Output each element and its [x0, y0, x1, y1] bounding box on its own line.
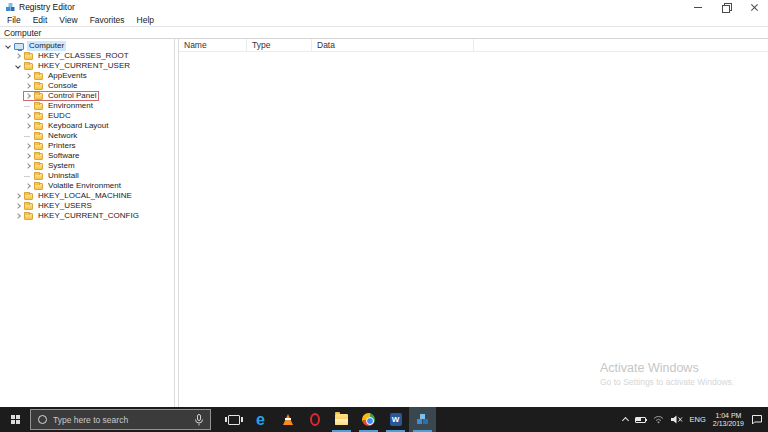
tree-item-label: Volatile Environment: [46, 181, 123, 191]
tree-line-stub: [24, 102, 33, 111]
chevron-right-icon[interactable]: [24, 162, 33, 171]
battery-icon[interactable]: [635, 417, 646, 423]
computer-icon: [14, 43, 24, 50]
chevron-right-icon[interactable]: [14, 202, 23, 211]
tree-item-volatile-environment[interactable]: Volatile Environment: [0, 181, 174, 191]
registry-editor-window: Registry Editor FileEditViewFavoritesHel…: [0, 0, 768, 407]
folder-icon: [24, 63, 33, 70]
folder-icon: [34, 133, 43, 140]
tree-item-label: HKEY_CURRENT_CONFIG: [36, 211, 141, 221]
list-body[interactable]: [179, 52, 768, 407]
taskbar-apps: [220, 407, 436, 432]
tree-item-keyboard-layout[interactable]: Keyboard Layout: [0, 121, 174, 131]
tree-item-label: Uninstall: [46, 171, 81, 181]
tray-overflow-chevron-icon[interactable]: [622, 417, 629, 424]
regedit-icon: [416, 413, 429, 426]
tree-item-control-panel[interactable]: Control Panel: [0, 91, 174, 101]
column-header-name[interactable]: Name: [179, 39, 247, 51]
tree-item-label: Printers: [46, 141, 78, 151]
tree-item-environment[interactable]: Environment: [0, 101, 174, 111]
menu-view[interactable]: View: [53, 15, 83, 25]
tree-item-label: Keyboard Layout: [46, 121, 111, 131]
tree-item-label: HKEY_CLASSES_ROOT: [36, 51, 131, 61]
chevron-right-icon[interactable]: [24, 122, 33, 131]
edge-icon: [256, 411, 265, 429]
chevron-right-icon[interactable]: [24, 92, 33, 101]
opera-icon: [310, 413, 320, 426]
taskbar-opera-button[interactable]: [301, 407, 328, 432]
tree-item-system[interactable]: System: [0, 161, 174, 171]
taskbar-task-view-button[interactable]: [220, 407, 247, 432]
tree-item-eudc[interactable]: EUDC: [0, 111, 174, 121]
tree-item-hkey-current-user[interactable]: HKEY_CURRENT_USER: [0, 61, 174, 71]
column-header-type[interactable]: Type: [247, 39, 312, 51]
chevron-right-icon[interactable]: [24, 82, 33, 91]
clock-time: 1:04 PM: [713, 412, 744, 420]
tree-item-computer[interactable]: Computer: [0, 41, 174, 51]
vlc-icon: [283, 414, 293, 425]
folder-icon: [34, 153, 43, 160]
chevron-down-icon[interactable]: [4, 42, 13, 51]
column-header-data[interactable]: Data: [312, 39, 474, 51]
chevron-right-icon[interactable]: [14, 212, 23, 221]
menu-edit[interactable]: Edit: [27, 15, 54, 25]
chevron-right-icon[interactable]: [24, 72, 33, 81]
menu-help[interactable]: Help: [131, 15, 160, 25]
chevron-right-icon[interactable]: [24, 112, 33, 121]
tree-item-printers[interactable]: Printers: [0, 141, 174, 151]
chrome-icon: [362, 413, 375, 426]
taskbar-regedit-button[interactable]: [409, 407, 436, 432]
menu-file[interactable]: File: [1, 15, 27, 25]
explorer-icon: [335, 414, 348, 425]
search-placeholder: Type here to search: [53, 415, 189, 425]
language-indicator[interactable]: ENG: [690, 415, 706, 424]
tree-item-label: Control Panel: [46, 91, 98, 101]
taskbar-search[interactable]: Type here to search: [30, 409, 211, 430]
tree-item-hkey-current-config[interactable]: HKEY_CURRENT_CONFIG: [0, 211, 174, 221]
tree-item-label: EUDC: [46, 111, 73, 121]
taskbar-edge-button[interactable]: [247, 407, 274, 432]
chevron-right-icon[interactable]: [24, 152, 33, 161]
tree-item-console[interactable]: Console: [0, 81, 174, 91]
chevron-down-icon[interactable]: [14, 62, 23, 71]
taskbar-word-button[interactable]: [382, 407, 409, 432]
taskbar-vlc-button[interactable]: [274, 407, 301, 432]
taskbar-explorer-button[interactable]: [328, 407, 355, 432]
taskbar-chrome-button[interactable]: [355, 407, 382, 432]
windows-logo-icon: [11, 415, 20, 424]
tree-item-label: System: [46, 161, 77, 171]
word-icon: [390, 413, 402, 426]
tree-item-hkey-local-machine[interactable]: HKEY_LOCAL_MACHINE: [0, 191, 174, 201]
chevron-right-icon[interactable]: [14, 52, 23, 61]
tree-item-label: Console: [46, 81, 79, 91]
tree-item-hkey-classes-root[interactable]: HKEY_CLASSES_ROOT: [0, 51, 174, 61]
chevron-right-icon[interactable]: [14, 192, 23, 201]
red-annotation-box: Control Panel: [23, 91, 99, 101]
action-center-icon[interactable]: [751, 414, 763, 425]
tree-item-software[interactable]: Software: [0, 151, 174, 161]
microphone-icon: [195, 414, 203, 426]
tree-item-appevents[interactable]: AppEvents: [0, 71, 174, 81]
taskbar-clock[interactable]: 1:04 PM 2/13/2019: [713, 412, 744, 428]
folder-icon: [34, 93, 43, 100]
tree-item-hkey-users[interactable]: HKEY_USERS: [0, 201, 174, 211]
tree-item-network[interactable]: Network: [0, 131, 174, 141]
network-icon[interactable]: [653, 415, 664, 424]
chevron-right-icon[interactable]: [24, 182, 33, 191]
folder-icon: [34, 103, 43, 110]
titlebar: Registry Editor: [0, 0, 768, 14]
value-list-pane: NameTypeData: [178, 39, 768, 407]
window-title: Registry Editor: [19, 2, 75, 12]
tree-item-uninstall[interactable]: Uninstall: [0, 171, 174, 181]
minimize-button[interactable]: [684, 0, 712, 14]
address-bar[interactable]: Computer: [0, 26, 768, 39]
restore-button[interactable]: [712, 0, 740, 14]
chevron-right-icon[interactable]: [24, 142, 33, 151]
start-button[interactable]: [0, 407, 30, 432]
tree-item-label: HKEY_LOCAL_MACHINE: [36, 191, 134, 201]
registry-tree: ComputerHKEY_CLASSES_ROOTHKEY_CURRENT_US…: [0, 39, 175, 407]
menu-favorites[interactable]: Favorites: [84, 15, 131, 25]
menubar: FileEditViewFavoritesHelp: [0, 14, 768, 26]
volume-muted-icon[interactable]: [671, 415, 683, 424]
close-button[interactable]: [740, 0, 768, 14]
